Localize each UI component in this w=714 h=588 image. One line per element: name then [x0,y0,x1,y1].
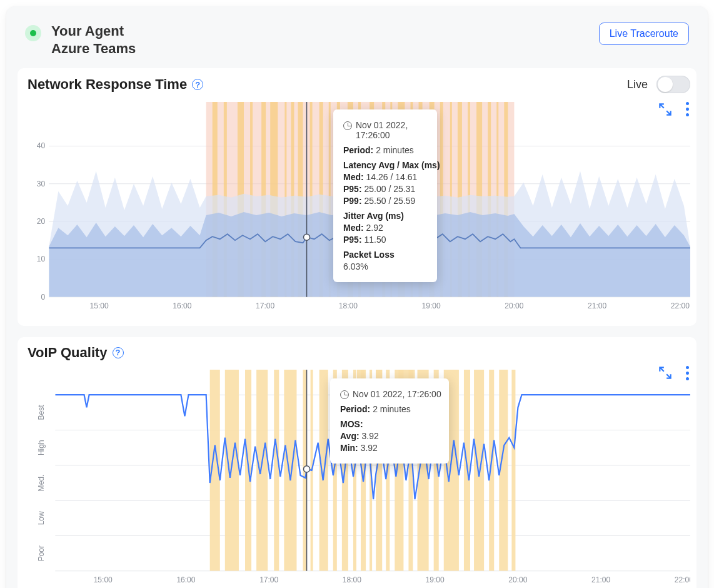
svg-rect-86 [474,370,484,571]
tt-min-v: 3.92 [361,443,378,453]
tt-period-label: Period: [340,404,370,414]
card-header: VoIP Quality ? [18,337,696,363]
card-controls: Live [627,76,690,93]
tt-pl-value: 6.03% [343,261,427,271]
svg-text:Low: Low [37,511,46,525]
svg-text:17:00: 17:00 [259,575,278,584]
tt-lat-p95-l: P95: [343,184,362,194]
svg-text:19:00: 19:00 [426,575,445,584]
svg-text:20: 20 [37,217,46,226]
svg-text:21:00: 21:00 [588,302,606,310]
tt-pl-header: Packet Loss [343,250,427,260]
header: Your Agent Azure Teams Live Traceroute [6,6,708,68]
tt-jit-header: Jitter Avg (ms) [343,211,427,221]
voip-chart[interactable]: Poor Low Med. High Best [18,363,696,588]
svg-rect-91 [376,370,382,378]
clock-icon [340,390,349,399]
svg-text:18:00: 18:00 [343,575,361,584]
agent-title: Your Agent [51,23,136,40]
svg-text:0: 0 [41,293,45,302]
kebab-icon[interactable] [685,101,690,118]
svg-text:Best: Best [37,405,46,420]
status-dot-icon [25,25,41,41]
network-chart[interactable]: 0 10 20 30 40 [18,96,696,326]
agent-subtitle: Azure Teams [51,40,136,58]
svg-text:40: 40 [37,141,46,150]
svg-text:20:00: 20:00 [508,575,527,584]
tt-period-value: 2 minutes [376,145,414,155]
tt-timestamp-l2: 17:26:00 [356,130,390,140]
card-title: Network Response Time ? [28,76,203,93]
tt-timestamp: Nov 01 2022, 17:26:00 [353,389,441,399]
tt-lat-header: Latency Avg / Max (ms) [343,160,427,170]
svg-text:17:00: 17:00 [256,302,274,310]
live-traceroute-button[interactable]: Live Traceroute [599,23,689,45]
svg-rect-89 [511,370,515,571]
expand-icon[interactable] [657,101,673,118]
tt-lat-med-l: Med: [343,172,364,182]
svg-rect-67 [256,370,268,571]
tt-period-value: 2 minutes [373,404,411,414]
svg-text:20:00: 20:00 [505,302,523,310]
tt-avg-v: 3.92 [361,431,378,441]
svg-text:Med.: Med. [37,475,46,492]
svg-text:15:00: 15:00 [90,302,109,310]
tt-lat-p99-l: P99: [343,196,362,206]
kebab-icon[interactable] [685,365,690,382]
tt-jit-med-l: Med: [343,223,364,233]
tt-mos-label: MOS: [340,419,439,429]
header-left: Your Agent Azure Teams [25,23,136,57]
svg-text:16:00: 16:00 [176,575,195,584]
svg-text:15:00: 15:00 [94,575,113,584]
svg-text:High: High [37,440,46,455]
tt-lat-p99-v: 25.50 / 25.59 [364,196,415,206]
tt-min-l: Min: [340,443,358,453]
live-toggle[interactable] [656,76,690,93]
panel-title: Network Response Time [28,76,187,93]
expand-icon[interactable] [657,365,673,381]
network-tooltip: Nov 01 2022, 17:26:00 Period: 2 minutes … [333,109,437,282]
tt-timestamp-l1: Nov 01 2022, [356,120,408,130]
tt-lat-med-v: 14.26 / 14.61 [366,172,418,182]
help-icon[interactable]: ? [113,347,124,358]
tt-jit-p95-l: P95: [343,235,362,245]
panel-title: VoIP Quality [28,345,108,361]
svg-text:Poor: Poor [37,545,46,561]
svg-text:30: 30 [37,180,46,188]
svg-rect-69 [284,370,296,571]
svg-point-43 [304,234,310,240]
svg-text:22:00: 22:00 [675,575,690,584]
voip-tooltip: Nov 01 2022, 17:26:00 Period: 2 minutes … [330,378,449,464]
dashboard-panel: Your Agent Azure Teams Live Traceroute N… [6,6,708,588]
tt-jit-p95-v: 11.50 [364,235,386,245]
tt-avg-l: Avg: [340,431,360,441]
svg-text:21:00: 21:00 [591,575,610,584]
chart-toolbar [657,365,690,382]
tt-jit-med-v: 2.92 [366,223,383,233]
svg-text:18:00: 18:00 [339,302,358,310]
svg-point-94 [304,466,310,472]
card-title: VoIP Quality ? [28,345,124,361]
svg-rect-90 [357,370,365,378]
svg-rect-68 [274,370,279,571]
titles: Your Agent Azure Teams [51,23,136,57]
svg-rect-92 [398,370,415,378]
voip-quality-card: VoIP Quality ? [18,337,696,588]
tt-period-label: Period: [343,145,373,155]
network-response-card: Network Response Time ? Live [18,68,696,326]
svg-text:16:00: 16:00 [173,302,191,310]
chart-toolbar [657,101,690,118]
clock-icon [343,121,352,130]
svg-rect-65 [225,370,239,571]
card-header: Network Response Time ? Live [18,68,696,96]
live-label: Live [627,78,648,91]
svg-text:22:00: 22:00 [671,302,690,310]
help-icon[interactable]: ? [192,79,203,90]
svg-text:19:00: 19:00 [422,302,441,310]
svg-text:10: 10 [37,255,46,263]
tt-lat-p95-v: 25.00 / 25.31 [364,184,415,194]
